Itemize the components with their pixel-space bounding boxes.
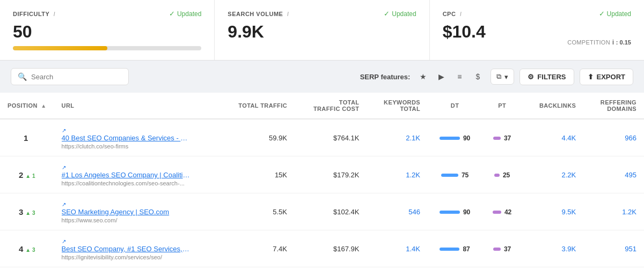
cpc-label: CPC i (443, 11, 462, 17)
external-link-icon: ↗ (62, 201, 66, 207)
cell-keywords-4: 1.4K (367, 230, 428, 267)
search-volume-value: 9.9K (228, 22, 416, 42)
competition-info-icon[interactable]: i (612, 38, 614, 46)
dt-bar-3 (440, 211, 460, 214)
difficulty-progress-fill (13, 46, 107, 50)
url-link-3: https://www.seo.com/ (62, 217, 212, 223)
search-input[interactable] (31, 73, 122, 81)
external-link-icon: ↗ (62, 128, 66, 133)
table-row: 4▲ 3 ↗Best SEO Company, #1 SEO Services,… (0, 230, 644, 267)
copy-button[interactable]: ⧉ ▾ (491, 69, 514, 85)
cell-pt-5: 29 (482, 267, 522, 278)
serp-controls: SERP features: ★ ▶ ≡ $ ⧉ ▾ ⚙ FILTERS ⬆ E… (360, 69, 633, 85)
serp-dollar-icon[interactable]: $ (470, 69, 485, 84)
filter-icon: ⚙ (528, 73, 534, 81)
url-title-1[interactable]: 40 Best SEO Companies & Services - 2023 … (62, 134, 191, 142)
difficulty-value: 50 (13, 22, 201, 42)
cell-position-1: 1 (0, 119, 54, 156)
dt-bar-4 (440, 248, 459, 251)
col-url[interactable]: URL (54, 93, 219, 119)
cell-cost-5: $231.2K (295, 267, 367, 278)
search-volume-info-icon[interactable]: i (287, 11, 289, 17)
table-row: 2▲ 1 ↗#1 Los Angeles SEO Company | Coali… (0, 156, 644, 193)
col-traffic-cost[interactable]: TOTALTRAFFIC COST (295, 93, 367, 119)
cell-keywords-2: 1.2K (367, 156, 428, 193)
cell-url-2: ↗#1 Los Angeles SEO Company | Coalition … (54, 156, 219, 193)
cell-domains-1: 966 (583, 119, 644, 156)
difficulty-check-icon: ✓ (169, 10, 175, 18)
cpc-value: $10.4 (443, 22, 486, 42)
pt-bar-4 (493, 248, 501, 251)
cell-backlinks-5: 332 (522, 267, 583, 278)
dt-value-4: 87 (463, 245, 470, 253)
pt-bar-1 (493, 137, 501, 140)
pt-bar-2 (494, 174, 500, 177)
cell-dt-2: 75 (428, 156, 482, 193)
col-total-traffic[interactable]: TOTAL TRAFFIC (219, 93, 295, 119)
cpc-updated: ✓ Updated (599, 10, 631, 18)
url-link-1: https://clutch.co/seo-firms (62, 143, 212, 149)
metrics-bar: DIFFICULTY i ✓ Updated 50 SEARCH VOLUME … (0, 0, 644, 61)
search-box[interactable]: 🔍 (11, 68, 129, 85)
external-link-icon: ↗ (62, 238, 66, 244)
cell-traffic-3: 5.5K (219, 193, 295, 230)
pt-value-4: 37 (504, 245, 511, 253)
position-change-4: ▲ 3 (25, 247, 35, 253)
table-header-row: POSITION ▲ URL TOTAL TRAFFIC TOTALTRAFFI… (0, 93, 644, 119)
col-dt[interactable]: DT (428, 93, 482, 119)
copy-chevron: ▾ (504, 73, 508, 81)
external-link-icon: ↗ (62, 164, 66, 170)
col-pt[interactable]: PT (482, 93, 522, 119)
cell-cost-3: $102.4K (295, 193, 367, 230)
serp-video-icon[interactable]: ▶ (434, 69, 449, 84)
results-table-container: POSITION ▲ URL TOTAL TRAFFIC TOTALTRAFFI… (0, 93, 644, 277)
serp-star-icon[interactable]: ★ (415, 69, 430, 84)
toolbar: 🔍 SERP features: ★ ▶ ≡ $ ⧉ ▾ ⚙ FILTERS ⬆… (0, 61, 644, 93)
col-referring-domains[interactable]: REFFERINGDOMAINS (583, 93, 644, 119)
col-position[interactable]: POSITION ▲ (0, 93, 54, 119)
cell-pt-1: 37 (482, 119, 522, 156)
cell-url-4: ↗Best SEO Company, #1 SEO Services, Top … (54, 230, 219, 267)
difficulty-info-icon[interactable]: i (54, 11, 55, 17)
pt-value-2: 25 (503, 171, 510, 179)
cell-traffic-4: 7.4K (219, 230, 295, 267)
search-icon: 🔍 (18, 72, 27, 81)
cell-domains-5: 153 (583, 267, 644, 278)
cell-backlinks-2: 2.2K (522, 156, 583, 193)
url-title-4[interactable]: Best SEO Company, #1 SEO Services, Top F… (62, 245, 191, 253)
dt-value-1: 90 (463, 134, 470, 142)
cell-pt-4: 37 (482, 230, 522, 267)
url-title-2[interactable]: #1 Los Angeles SEO Company | Coalition T… (62, 171, 191, 179)
filter-button[interactable]: ⚙ FILTERS (519, 69, 574, 85)
cell-domains-2: 495 (583, 156, 644, 193)
table-row: 5▲ 5 ↗25+ Top SEO Agencies From Around t… (0, 267, 644, 278)
export-icon: ⬆ (588, 73, 594, 81)
difficulty-card: DIFFICULTY i ✓ Updated 50 (0, 0, 215, 60)
cell-traffic-5: 12.6K (219, 267, 295, 278)
cell-domains-3: 1.2K (583, 193, 644, 230)
table-row: 3▲ 3 ↗SEO Marketing Agency | SEO.com htt… (0, 193, 644, 230)
col-backlinks[interactable]: BACKLINKS (522, 93, 583, 119)
cell-dt-5: 90 (428, 267, 482, 278)
difficulty-label: DIFFICULTY i (13, 11, 55, 17)
url-link-2: https://coalitiontechnologies.com/seo-se… (62, 180, 212, 186)
cell-dt-4: 87 (428, 230, 482, 267)
cell-keywords-1: 2.1K (367, 119, 428, 156)
url-title-3[interactable]: SEO Marketing Agency | SEO.com (62, 208, 191, 216)
position-change-3: ▲ 3 (25, 210, 35, 216)
cell-url-1: ↗40 Best SEO Companies & Services - 2023… (54, 119, 219, 156)
col-keywords-total[interactable]: KEYWORDSTOTAL (367, 93, 428, 119)
dt-bar-1 (440, 137, 460, 140)
cell-url-5: ↗25+ Top SEO Agencies From Around the Wo… (54, 267, 219, 278)
cell-keywords-5: 1.3K (367, 267, 428, 278)
search-volume-updated: ✓ Updated (384, 10, 416, 18)
cell-keywords-3: 546 (367, 193, 428, 230)
cell-position-5: 5▲ 5 (0, 267, 54, 278)
results-table: POSITION ▲ URL TOTAL TRAFFIC TOTALTRAFFI… (0, 93, 644, 277)
cell-backlinks-4: 3.9K (522, 230, 583, 267)
cell-cost-4: $167.9K (295, 230, 367, 267)
export-button[interactable]: ⬆ EXPORT (580, 69, 633, 85)
cpc-info-icon[interactable]: i (460, 11, 462, 17)
serp-list-icon[interactable]: ≡ (452, 69, 467, 84)
cell-dt-1: 90 (428, 119, 482, 156)
